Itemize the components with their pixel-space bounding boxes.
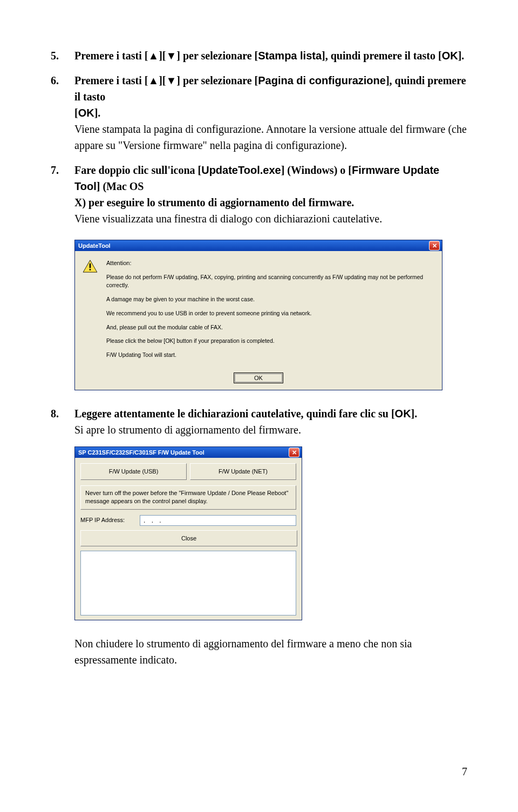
step-number: 8. [51,405,63,422]
log-output [80,551,296,615]
step-body: Viene visualizzata una finestra di dialo… [74,211,467,227]
attention-label: Attention: [106,259,434,268]
step-8: 8. Leggere attentamente le dichiarazioni… [51,405,467,438]
close-button[interactable]: Close [80,530,297,547]
ip-address-input[interactable]: . . . [140,515,296,526]
step-number: 5. [51,48,63,64]
fw-update-tool-dialog: SP C231SF/C232SF/C301SF F/W Update Tool … [74,446,302,620]
step-text: Viene visualizzata una finestra di dialo… [74,211,467,227]
close-icon[interactable]: ✕ [429,241,440,251]
warning-icon [83,260,98,273]
fw-update-net-button[interactable]: F/W Update (NET) [190,463,296,480]
footer-text: Non chiudere lo strumento di aggiornamen… [74,635,467,668]
close-icon[interactable]: ✕ [289,448,299,457]
ip-address-label: MFP IP Address: [80,516,134,525]
step-heading: Leggere attentamente le dichiarazioni ca… [74,405,417,422]
step-text: Si apre lo strumento di aggiornamento de… [74,422,467,438]
dialog-text: Attention: Please do not perform F/W upd… [106,259,434,365]
step-6: 6. Premere i tasti [▲][▼] per selezionar… [51,72,467,153]
dialog-titlebar: UpdateTool ✕ [75,240,442,251]
step-heading-line2: X) per eseguire lo strumento di aggiorna… [74,194,467,211]
ok-button[interactable]: OK [234,373,283,384]
step-body: Si apre lo strumento di aggiornamento de… [74,422,467,438]
step-heading: Premere i tasti [▲][▼] per selezionare [… [74,72,467,105]
fw-update-usb-button[interactable]: F/W Update (USB) [80,463,187,480]
footer-note: Non chiudere lo strumento di aggiornamen… [74,635,467,668]
dialog-title: UpdateTool [78,241,111,251]
step-number: 6. [51,72,63,121]
step-5: 5. Premere i tasti [▲][▼] per selezionar… [51,48,467,64]
svg-rect-1 [90,263,91,268]
step-text: Viene stampata la pagina di configurazio… [74,121,467,153]
step-body: Viene stampata la pagina di configurazio… [74,121,467,153]
update-tool-warning-dialog: UpdateTool ✕ Attention: Please do not pe… [74,240,442,390]
step-heading-line2: [OK]. [74,105,467,121]
svg-rect-2 [90,269,91,270]
dialog-titlebar: SP C231SF/C232SF/C301SF F/W Update Tool … [75,447,302,458]
warning-message: Never turn off the power before the "Fir… [80,485,296,510]
step-number: 7. [51,162,63,211]
step-7: 7. Fare doppio clic sull'icona [UpdateTo… [51,162,467,227]
step-heading: Fare doppio clic sull'icona [UpdateTool.… [74,162,467,194]
step-heading: Premere i tasti [▲][▼] per selezionare [… [74,48,464,64]
dialog-title: SP C231SF/C232SF/C301SF F/W Update Tool [78,448,205,457]
